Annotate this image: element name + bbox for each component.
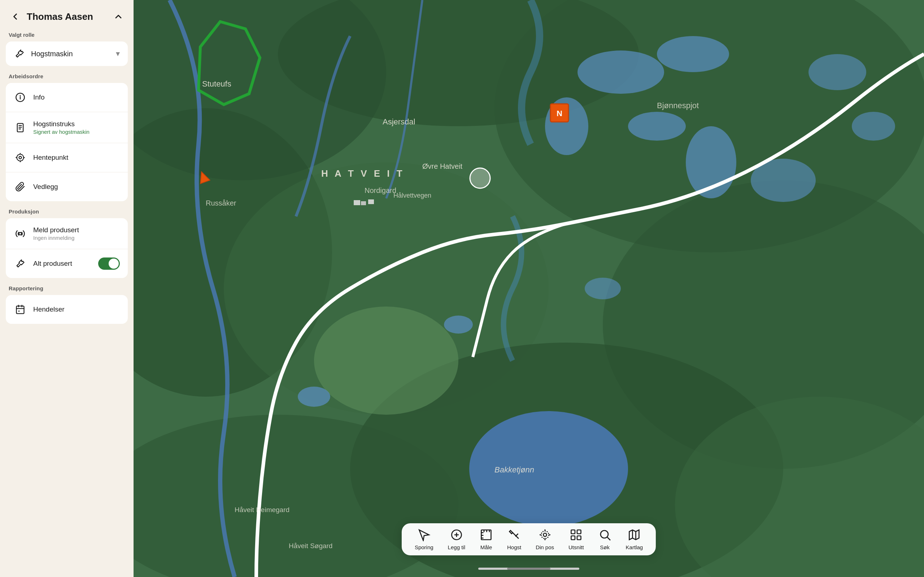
toolbar-legg-til[interactable]: Legg til [448, 528, 465, 550]
svg-text:Bjønnespjot: Bjønnespjot [657, 101, 699, 110]
vedlegg-item-text: Vedlegg [33, 183, 58, 191]
meld-label: Meld produsert [33, 226, 79, 234]
toolbar-male[interactable]: Måle [480, 528, 493, 550]
svg-point-60 [202, 176, 206, 181]
kartlag-label: Kartlag [626, 544, 643, 550]
alt-label: Alt produsert [33, 259, 72, 268]
svg-line-84 [607, 537, 610, 540]
svg-rect-57 [361, 201, 366, 205]
svg-point-30 [577, 50, 664, 94]
svg-marker-85 [630, 530, 639, 540]
user-name: Thomas Aasen [27, 11, 93, 23]
toolbar-kartlag[interactable]: Kartlag [626, 528, 643, 550]
info-icon [14, 91, 27, 104]
toolbar-utsnitt[interactable]: Utsnitt [569, 528, 584, 550]
list-item[interactable]: Hendelser [6, 295, 128, 324]
toolbar-sok[interactable]: Søk [598, 528, 611, 550]
alt-icon [14, 257, 27, 270]
scrollbar-indicator [478, 567, 579, 570]
svg-text:Stuteufs: Stuteufs [202, 79, 231, 89]
svg-rect-14 [16, 306, 24, 314]
rapportering-label: Rapportering [0, 285, 134, 295]
rapportering-card: Hendelser [6, 295, 128, 324]
sok-icon [598, 528, 611, 541]
male-icon [480, 528, 493, 541]
svg-point-73 [543, 533, 546, 537]
svg-text:Russåker: Russåker [206, 199, 236, 207]
hendelser-item-text: Hendelser [33, 305, 65, 313]
list-item[interactable]: Meld produsert Ingen innmelding [6, 218, 128, 249]
role-section: Valgt rolle Hogstmaskin ▾ [0, 32, 134, 73]
svg-point-40 [585, 278, 621, 299]
utsnitt-label: Utsnitt [569, 544, 584, 550]
list-item[interactable]: Hentepunkt [6, 143, 128, 172]
svg-rect-81 [571, 536, 575, 540]
svg-rect-82 [577, 536, 581, 540]
toolbar-sporing[interactable]: Sporing [415, 528, 433, 550]
din-pos-label: Din pos [536, 544, 554, 550]
svg-rect-56 [354, 200, 360, 205]
hentepunkt-icon [14, 151, 27, 164]
svg-rect-58 [368, 200, 374, 204]
list-item[interactable]: Hogstinstruks Signert av hogstmaskin [6, 112, 128, 143]
svg-text:Håveit Søgard: Håveit Søgard [289, 542, 333, 550]
bottom-toolbar: Sporing Legg til [402, 523, 656, 555]
svg-point-36 [852, 112, 895, 141]
svg-point-29 [314, 306, 459, 415]
svg-point-41 [298, 387, 330, 407]
info-label: Info [33, 93, 45, 102]
alt-produsert-toggle[interactable] [98, 258, 120, 270]
svg-rect-80 [577, 530, 581, 534]
svg-text:H A T V E I T: H A T V E I T [321, 168, 405, 179]
arbeidsordre-card: Info Hogstinstruks Signert av hogstmaski… [6, 83, 128, 201]
legg-til-icon [450, 528, 463, 541]
toolbar-hogst[interactable]: Hogst [507, 528, 521, 550]
svg-text:Bakketjønn: Bakketjønn [494, 465, 534, 474]
svg-text:Håveit Heimegard: Håveit Heimegard [234, 506, 289, 514]
svg-point-83 [601, 530, 608, 538]
sidebar-header-left: Thomas Aasen [9, 10, 93, 23]
alt-item-text: Alt produsert [33, 259, 72, 268]
list-item[interactable]: Info [6, 83, 128, 112]
svg-text:N: N [557, 109, 562, 118]
svg-text:Asjersdal: Asjersdal [383, 117, 415, 126]
list-item[interactable]: Alt produsert [6, 249, 128, 278]
kartlag-icon [628, 528, 641, 541]
sidebar-header: Thomas Aasen [0, 0, 134, 32]
hendelser-icon [14, 303, 27, 316]
meld-icon [14, 227, 27, 240]
map-background: Stuteufs Asjersdal H A T V E I T Nordiga… [134, 0, 924, 577]
hentepunkt-item-text: Hentepunkt [33, 154, 68, 161]
sidebar: Thomas Aasen Valgt rolle Hogstmaskin ▾ A… [0, 0, 134, 577]
svg-point-13 [19, 232, 22, 235]
produksjon-card: Meld produsert Ingen innmelding Alt prod… [6, 218, 128, 278]
list-item[interactable]: Vedlegg [6, 172, 128, 201]
map-container[interactable]: Stuteufs Asjersdal H A T V E I T Nordiga… [134, 0, 924, 577]
hogstinstruks-label: Hogstinstruks [33, 120, 89, 128]
legg-til-label: Legg til [448, 544, 465, 550]
svg-point-7 [19, 156, 22, 159]
hogstinstruks-item-text: Hogstinstruks Signert av hogstmaskin [33, 120, 89, 135]
din-pos-icon [538, 528, 551, 541]
svg-rect-79 [571, 530, 575, 534]
role-dropdown[interactable]: Hogstmaskin ▾ [6, 42, 128, 66]
utsnitt-icon [570, 528, 583, 541]
role-value: Hogstmaskin [31, 50, 110, 58]
toolbar-din-pos[interactable]: Din pos [536, 528, 554, 550]
sok-label: Søk [600, 544, 610, 550]
back-button[interactable] [9, 10, 22, 23]
hammer-icon [14, 48, 25, 60]
collapse-button[interactable] [112, 10, 125, 23]
alt-produsert-left: Alt produsert [14, 257, 72, 270]
svg-text:Nordigard: Nordigard [365, 187, 396, 194]
svg-point-74 [541, 531, 549, 539]
arbeidsordre-label: Arbeidsordre [0, 73, 134, 83]
sporing-label: Sporing [415, 544, 433, 550]
hendelser-label: Hendelser [33, 305, 65, 313]
meld-sub: Ingen innmelding [33, 235, 79, 241]
svg-point-8 [17, 154, 24, 161]
hogst-label: Hogst [507, 544, 521, 550]
scrollbar-thumb [507, 567, 551, 570]
svg-point-61 [470, 168, 490, 188]
info-item-text: Info [33, 93, 45, 102]
